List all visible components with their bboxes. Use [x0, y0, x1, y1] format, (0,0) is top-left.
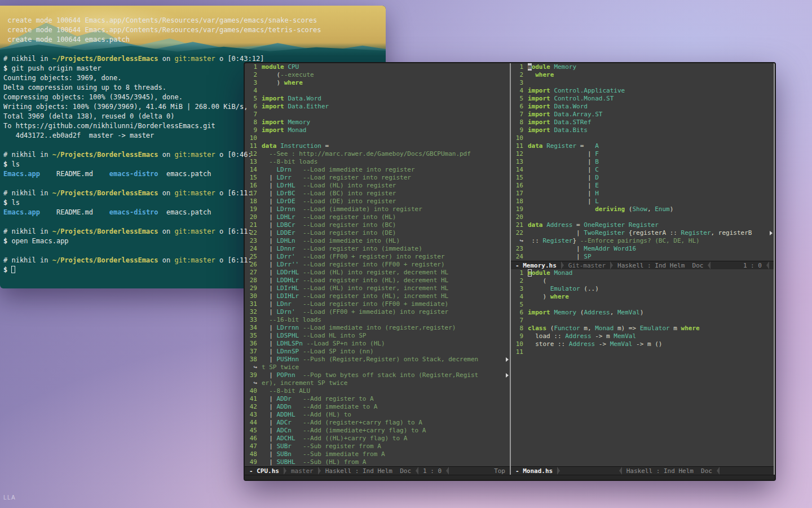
- powerline-left-icon: [446, 467, 449, 475]
- terminal-line: Emacs.app README.md emacs-distro emacs.p…: [3, 169, 386, 179]
- code-row: 10: [511, 134, 774, 142]
- code-token: |: [528, 174, 595, 181]
- line-number: 3: [513, 285, 523, 293]
- terminal-line: To https://github.com/nikhilunni/Borderl…: [3, 121, 386, 131]
- code-row: 4 ) where: [511, 293, 774, 301]
- code-token: [292, 403, 303, 410]
- code-token: [295, 458, 303, 466]
- echo-area[interactable]: [245, 475, 775, 480]
- terminal-line: # nikhil in ~/Projects/BorderlessEmacs o…: [3, 256, 386, 265]
- code-line: | ADDn --Add immediate to A: [262, 403, 377, 411]
- code-token: --Sub (HL) from A: [303, 458, 367, 466]
- line-number: 33: [247, 316, 257, 324]
- code-token: [299, 277, 303, 284]
- terminal-text: ~/Projects/BorderlessEmacs: [52, 55, 158, 63]
- terminal-text: o: [215, 256, 228, 264]
- wrap-continuation-icon: ↪: [247, 379, 257, 387]
- terminal-text: # nikhil in: [3, 55, 52, 63]
- code-token: --Load register into (HL), decrement HL: [303, 277, 448, 284]
- code-token: [295, 371, 303, 379]
- code-token: TwoRegister: [584, 229, 625, 237]
- terminal-line: $ git push origin master: [3, 64, 386, 73]
- terminal-line: Compressing objects: 100% (3945/3945), d…: [3, 93, 386, 102]
- code-token: ADDr: [277, 395, 292, 402]
- wrap-indicator-icon: [506, 357, 509, 362]
- line-number: 2: [513, 277, 523, 285]
- code-token: F: [595, 150, 599, 157]
- code-token: , registerB: [711, 229, 756, 237]
- code-token: Register: [543, 237, 573, 244]
- code-token: --Add ((HL)+carry flag) to A: [303, 435, 407, 442]
- code-row: 14 | C: [511, 166, 774, 174]
- code-line: | LDnr --Load register into (FF00 + imme…: [262, 300, 448, 308]
- terminal-line: Counting objects: 3969, done.: [3, 73, 386, 83]
- code-row: 36 | LDHLSPn --Load SP+n into (HL): [245, 340, 510, 348]
- code-row: 38 | PUSHnn --Push (Register,Register) o…: [245, 356, 510, 364]
- code-token: (: [625, 205, 632, 213]
- line-number: 37: [247, 348, 257, 356]
- terminal-text: git:master: [174, 256, 215, 264]
- code-token: --Load SP+n into (HL): [306, 340, 385, 347]
- terminal-window[interactable]: create mode 100644 Emacs.app/Contents/Re…: [0, 6, 386, 288]
- cpu-modeline[interactable]: - CPU.hs master Haskell : Ind Helm Doc 1…: [245, 466, 510, 475]
- powerline-left-icon: [717, 467, 720, 475]
- code-row: 22 | TwoRegister {registerA :: Register,…: [511, 229, 774, 237]
- code-token: |: [262, 443, 277, 450]
- window-right-edge[interactable]: [774, 63, 775, 475]
- code-token: Monad: [554, 269, 572, 277]
- code-line: | POPnn --Pop two bytes off stack into (…: [262, 371, 478, 379]
- code-token: odule: [532, 269, 550, 277]
- terminal-line: [3, 141, 386, 150]
- monad-pane[interactable]: 1module Monad2 (3 Emulator (..)4 ) where…: [511, 269, 774, 466]
- code-token: ADDHL: [277, 411, 295, 418]
- code-row: 24 | SP: [511, 253, 774, 261]
- code-token: LDIHLr: [277, 292, 299, 300]
- line-number: 5: [513, 95, 523, 103]
- code-token: class: [528, 325, 546, 332]
- line-number: 10: [513, 134, 523, 142]
- memory-pane[interactable]: 1module Memory2 where34import Control.Ap…: [511, 63, 774, 261]
- terminal-text: Emacs.app: [3, 208, 40, 216]
- code-row: 48 | SUBn --Sub immediate from A: [245, 450, 510, 458]
- code-token: LDHLSPn: [277, 340, 303, 347]
- monad-modeline[interactable]: - Monad.hs Haskell : Ind Helm Doc: [511, 466, 774, 475]
- terminal-line: create mode 100644 Emacs.app/Contents/Re…: [3, 16, 386, 25]
- terminal-body[interactable]: create mode 100644 Emacs.app/Contents/Re…: [0, 6, 386, 275]
- line-number: 5: [513, 301, 523, 309]
- code-token: LDnr: [277, 300, 292, 308]
- code-token: [292, 395, 303, 402]
- code-line: Emulator (..): [528, 285, 599, 293]
- code-token: ADCHL: [277, 435, 295, 442]
- memory-modeline[interactable]: - Memory.hs Git-master Haskell : Ind Hel…: [511, 261, 774, 269]
- code-line: | LDSPHL --Load HL into SP: [262, 332, 366, 340]
- code-token: [299, 332, 303, 339]
- code-token: ,: [647, 205, 655, 213]
- wrap-continuation-icon: ↪: [247, 364, 257, 371]
- terminal-text: # nikhil in: [3, 256, 52, 264]
- code-token: |: [528, 198, 595, 205]
- terminal-text: # nikhil in: [3, 151, 52, 159]
- code-token: er), increment SP twice: [262, 379, 347, 387]
- code-token: ): [640, 309, 644, 316]
- code-line: | LDHLSPn --Load SP+n into (HL): [262, 340, 385, 348]
- code-token: (: [576, 309, 584, 316]
- terminal-text: # nikhil in: [3, 189, 52, 197]
- code-token: }: [572, 237, 580, 244]
- line-number: 38: [247, 356, 257, 364]
- terminal-text: git:master: [174, 55, 215, 63]
- code-token: B: [595, 158, 599, 165]
- terminal-line: Delta compression using up to 8 threads.: [3, 83, 386, 93]
- terminal-text: open Emacs.app: [11, 237, 68, 245]
- code-row: 35 | LDSPHL --Load HL into SP: [245, 332, 510, 340]
- terminal-text: $: [3, 199, 11, 207]
- terminal-text: Compressing objects: 100% (3945/3945), d…: [3, 93, 183, 101]
- code-token: [262, 316, 269, 323]
- code-token: |: [262, 411, 277, 418]
- code-line: | SUBn --Sub immediate from A: [262, 450, 385, 458]
- code-token: POPnn: [277, 371, 295, 379]
- powerline-left-icon: [766, 261, 769, 269]
- code-row: 45 | ADCn --Add (immediate+carry flag) t…: [245, 427, 510, 435]
- code-row: 1module Monad: [511, 269, 774, 277]
- code-line: er), increment SP twice: [262, 379, 347, 387]
- code-token: Control.Monad.ST: [554, 95, 614, 102]
